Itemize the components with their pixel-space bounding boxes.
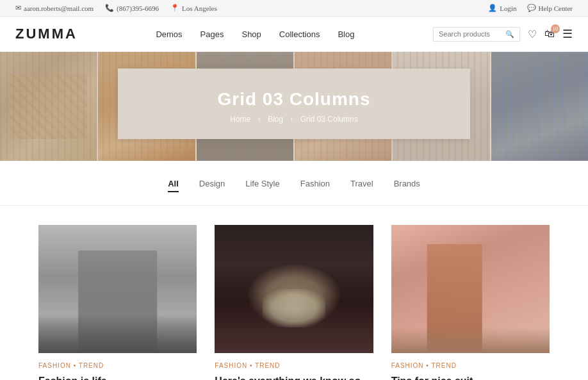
- breadcrumb-blog[interactable]: Blog: [268, 115, 283, 124]
- blog-image-3[interactable]: [391, 225, 550, 353]
- filter-tab-all[interactable]: All: [168, 179, 179, 192]
- blog-title-2[interactable]: Here's everything we know so far about A…: [215, 374, 373, 380]
- cart-badge[interactable]: 🛍 10: [544, 28, 555, 40]
- filter-tabs: All Design Life Style Fashion Travel Bra…: [0, 161, 588, 206]
- blog-category-1: FASHION • TREND: [38, 362, 197, 369]
- blog-title-3[interactable]: Tips for nice suit: [391, 374, 550, 380]
- blog-title-1[interactable]: Fashion is life: [38, 374, 197, 380]
- top-bar-right: 👤 Login 💬 Help Center: [488, 4, 573, 12]
- filter-tab-travel[interactable]: Travel: [350, 179, 373, 192]
- location-icon: 📍: [170, 4, 179, 12]
- breadcrumb-home[interactable]: Home: [230, 115, 250, 124]
- top-bar-left: ✉ aaron.roberts@mail.com 📞 (867)395-6696…: [15, 4, 217, 12]
- filter-tab-design[interactable]: Design: [199, 179, 225, 192]
- location-item: 📍 Los Angeles: [170, 4, 217, 12]
- email-item: ✉ aaron.roberts@mail.com: [15, 4, 94, 12]
- breadcrumb-current: Grid 03 Columns: [300, 115, 358, 124]
- blog-card-2: FASHION • TREND Here's everything we kno…: [215, 225, 373, 380]
- filter-tab-fashion[interactable]: Fashion: [300, 179, 330, 192]
- email-icon: ✉: [15, 4, 21, 12]
- chat-icon: 💬: [527, 4, 536, 12]
- header: ZUMMA Demos Pages Shop Collections Blog …: [0, 17, 588, 52]
- phone-icon: 📞: [105, 4, 114, 12]
- breadcrumb-sep-2: ›: [290, 115, 295, 124]
- nav-demos[interactable]: Demos: [156, 29, 182, 39]
- user-icon: 👤: [488, 4, 497, 12]
- top-bar: ✉ aaron.roberts@mail.com 📞 (867)395-6696…: [0, 0, 588, 17]
- blog-grid: FASHION • TREND Fashion is life Feb 23, …: [0, 225, 588, 380]
- breadcrumb-sep-1: ›: [258, 115, 263, 124]
- help-item[interactable]: 💬 Help Center: [527, 4, 573, 12]
- blog-category-2: FASHION • TREND: [215, 362, 373, 369]
- hero-banner: Grid 03 Columns Home › Blog › Grid 03 Co…: [0, 52, 588, 161]
- nav-collections[interactable]: Collections: [279, 29, 320, 39]
- nav-pages[interactable]: Pages: [200, 29, 224, 39]
- header-icons: ♡ 🛍 10 ☰: [528, 27, 573, 41]
- search-box[interactable]: 🔍: [433, 27, 520, 42]
- login-item[interactable]: 👤 Login: [488, 4, 516, 12]
- wishlist-icon[interactable]: ♡: [528, 28, 537, 40]
- cart-count: 10: [551, 24, 560, 33]
- nav-blog[interactable]: Blog: [338, 29, 354, 39]
- search-icon[interactable]: 🔍: [505, 30, 514, 38]
- login-text: Login: [500, 4, 516, 12]
- filter-tab-lifestyle[interactable]: Life Style: [245, 179, 279, 192]
- phone-item: 📞 (867)395-6696: [105, 4, 159, 12]
- hero-title: Grid 03 Columns: [217, 89, 370, 110]
- nav-shop[interactable]: Shop: [241, 29, 261, 39]
- filter-tab-brands[interactable]: Brands: [394, 179, 420, 192]
- main-nav: Demos Pages Shop Collections Blog: [156, 29, 354, 39]
- menu-icon[interactable]: ☰: [562, 27, 573, 41]
- hero-content: Grid 03 Columns Home › Blog › Grid 03 Co…: [217, 89, 370, 124]
- logo[interactable]: ZUMMA: [15, 26, 78, 42]
- search-input[interactable]: [439, 30, 503, 38]
- blog-category-3: FASHION • TREND: [391, 362, 550, 369]
- help-text: Help Center: [539, 4, 573, 12]
- blog-card-1: FASHION • TREND Fashion is life Feb 23, …: [38, 225, 197, 380]
- breadcrumb: Home › Blog › Grid 03 Columns: [217, 115, 370, 124]
- header-right: 🔍 ♡ 🛍 10 ☰: [433, 27, 573, 42]
- email-text: aaron.roberts@mail.com: [24, 4, 94, 12]
- blog-card-3: FASHION • TREND Tips for nice suit Feb 2…: [391, 225, 550, 380]
- blog-image-2[interactable]: [215, 225, 373, 353]
- location-text: Los Angeles: [182, 4, 217, 12]
- phone-text: (867)395-6696: [117, 4, 159, 12]
- blog-image-1[interactable]: [38, 225, 197, 353]
